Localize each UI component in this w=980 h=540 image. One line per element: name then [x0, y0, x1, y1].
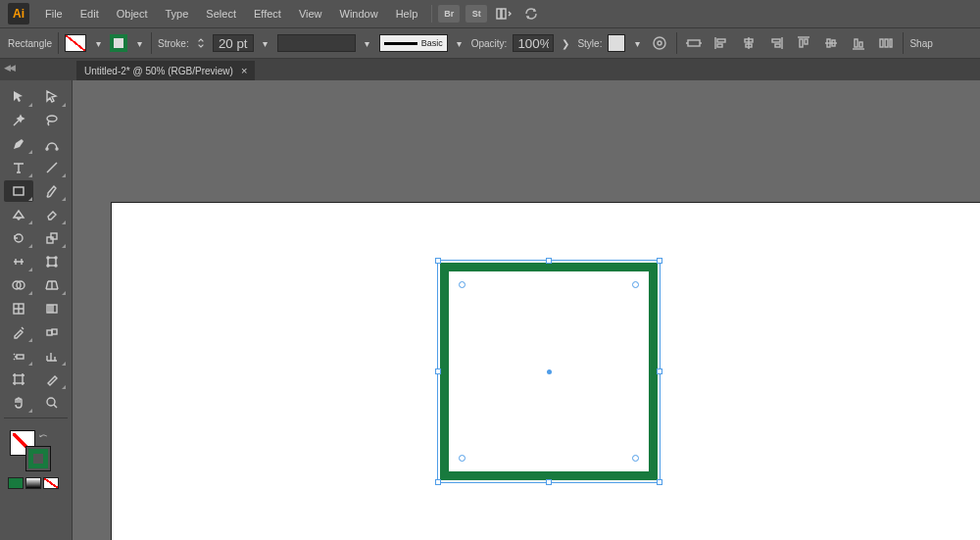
direct-selection-tool[interactable] — [37, 86, 67, 108]
pen-tool[interactable] — [4, 133, 33, 155]
opacity-dropdown[interactable]: ❯ — [560, 34, 571, 52]
menu-view[interactable]: View — [291, 4, 330, 24]
free-transform-tool[interactable] — [37, 251, 67, 272]
rotate-tool[interactable] — [4, 227, 33, 249]
rectangle-tool[interactable] — [4, 180, 33, 202]
fill-color-swatch[interactable] — [65, 34, 86, 52]
gradient-tool[interactable] — [37, 298, 67, 319]
perspective-grid-tool[interactable] — [37, 274, 67, 296]
document-tab[interactable]: Untitled-2* @ 50% (RGB/Preview) × — [76, 61, 255, 80]
stroke-label[interactable]: Stroke: — [158, 38, 189, 49]
shaper-tool[interactable] — [4, 204, 33, 225]
center-point[interactable] — [547, 369, 552, 374]
stroke-dropdown[interactable]: ▾ — [133, 34, 145, 52]
menu-separator — [431, 5, 432, 23]
align-left-icon[interactable] — [710, 32, 732, 54]
type-tool[interactable] — [4, 157, 33, 178]
selection-tool[interactable] — [4, 86, 33, 108]
zoom-tool[interactable] — [37, 392, 67, 414]
align-hcenter-icon[interactable] — [738, 32, 760, 54]
sync-settings-icon[interactable] — [520, 3, 542, 25]
corner-widget-tl[interactable] — [459, 281, 466, 288]
svg-rect-25 — [51, 233, 57, 239]
width-tool[interactable] — [4, 251, 33, 272]
bridge-button[interactable]: Br — [438, 5, 460, 23]
svg-rect-24 — [47, 237, 53, 243]
lasso-tool[interactable] — [37, 110, 67, 131]
artboard-tool[interactable] — [4, 368, 33, 390]
menu-bar: Ai File Edit Object Type Select Effect V… — [0, 0, 980, 27]
stroke-weight-input[interactable] — [213, 34, 254, 52]
menu-edit[interactable]: Edit — [73, 4, 107, 24]
align-top-icon[interactable] — [793, 32, 814, 54]
gradient-mode-swatch[interactable] — [25, 477, 41, 489]
corner-widget-tr[interactable] — [632, 281, 639, 288]
align-bottom-icon[interactable] — [848, 32, 869, 54]
svg-point-2 — [654, 37, 665, 49]
fill-dropdown[interactable]: ▾ — [92, 34, 104, 52]
svg-rect-37 — [17, 355, 24, 359]
column-graph-tool[interactable] — [37, 345, 67, 367]
hand-tool[interactable] — [4, 392, 33, 414]
curvature-tool[interactable] — [37, 133, 67, 155]
graphic-style-swatch[interactable] — [608, 34, 625, 52]
scale-tool[interactable] — [37, 227, 67, 249]
eyedropper-tool[interactable] — [4, 321, 33, 343]
recolor-artwork-icon[interactable] — [649, 32, 670, 54]
stroke-weight-stepper[interactable] — [195, 34, 207, 52]
canvas[interactable] — [73, 80, 980, 540]
brush-dropdown[interactable]: ▾ — [454, 34, 466, 52]
collapse-panels-icon[interactable]: ◀◀ — [4, 63, 14, 73]
app-logo[interactable]: Ai — [8, 3, 29, 25]
menu-type[interactable]: Type — [158, 4, 197, 24]
shape-builder-tool[interactable] — [4, 274, 33, 296]
align-to-selection-icon[interactable] — [683, 32, 705, 54]
color-mode-swatch[interactable] — [8, 477, 24, 489]
close-tab-icon[interactable]: × — [241, 65, 247, 76]
paintbrush-tool[interactable] — [37, 180, 67, 202]
svg-rect-15 — [855, 39, 858, 47]
line-tool[interactable] — [37, 157, 67, 178]
opacity-label[interactable]: Opacity: — [471, 38, 508, 49]
menu-file[interactable]: File — [37, 4, 71, 24]
mesh-tool[interactable] — [4, 298, 33, 319]
brush-definition[interactable]: Basic — [379, 34, 448, 52]
svg-point-39 — [47, 398, 55, 406]
stroke-color-swatch[interactable] — [110, 34, 127, 52]
swap-fill-stroke-icon[interactable]: ⤺ — [39, 430, 47, 441]
svg-rect-12 — [805, 39, 808, 44]
vstroke-dropdown[interactable]: ▾ — [362, 34, 373, 52]
opacity-input[interactable] — [513, 34, 554, 52]
symbol-sprayer-tool[interactable] — [4, 345, 33, 367]
menu-select[interactable]: Select — [198, 4, 244, 24]
fill-stroke-indicator[interactable]: ⤺ — [4, 430, 68, 473]
align-more-icon[interactable] — [875, 32, 897, 54]
blend-tool[interactable] — [37, 321, 67, 343]
svg-rect-1 — [502, 9, 506, 19]
align-right-icon[interactable] — [765, 32, 787, 54]
magic-wand-tool[interactable] — [4, 110, 33, 131]
tools-panel: ⤺ — [0, 80, 73, 540]
corner-widget-bl[interactable] — [459, 455, 466, 462]
align-vcenter-icon[interactable] — [820, 32, 842, 54]
menu-effect[interactable]: Effect — [246, 4, 289, 24]
rectangle-shape[interactable] — [440, 263, 658, 480]
stroke-weight-dropdown[interactable]: ▾ — [260, 34, 271, 52]
vstroke-profile[interactable] — [277, 34, 356, 52]
menu-help[interactable]: Help — [388, 4, 426, 24]
shape-label[interactable]: Shap — [909, 38, 932, 49]
none-mode-swatch[interactable] — [43, 477, 59, 489]
slice-tool[interactable] — [37, 368, 67, 390]
menu-object[interactable]: Object — [109, 4, 156, 24]
style-label[interactable]: Style: — [577, 38, 602, 49]
svg-rect-5 — [717, 39, 725, 42]
svg-rect-17 — [880, 39, 883, 47]
style-dropdown[interactable]: ▾ — [631, 34, 643, 52]
eraser-tool[interactable] — [37, 204, 67, 225]
menu-window[interactable]: Window — [332, 4, 386, 24]
corner-widget-br[interactable] — [632, 455, 639, 462]
stock-button[interactable]: St — [466, 5, 487, 23]
svg-rect-19 — [890, 39, 892, 47]
stroke-indicator[interactable] — [25, 446, 51, 471]
workspace-switcher[interactable] — [489, 5, 518, 23]
